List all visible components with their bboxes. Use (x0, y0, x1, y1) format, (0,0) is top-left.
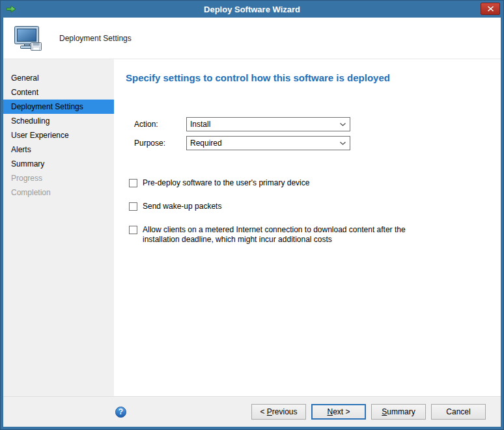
checkbox-group: Pre-deploy software to the user's primar… (129, 178, 485, 245)
wake-up-checkbox[interactable] (129, 202, 137, 211)
metered-connection-check-row: Allow clients on a metered Internet conn… (129, 225, 485, 245)
predeploy-check-row: Pre-deploy software to the user's primar… (129, 178, 485, 188)
cancel-button[interactable]: Cancel (431, 404, 486, 420)
predeploy-checkbox[interactable] (129, 179, 137, 187)
sidebar-item-user-experience[interactable]: User Experience (3, 128, 114, 142)
window-title: Deploy Software Wizard (1, 5, 503, 14)
computer-software-icon (14, 25, 44, 51)
wizard-header: Deployment Settings (3, 18, 501, 59)
sidebar-item-alerts[interactable]: Alerts (3, 142, 114, 157)
sidebar-item-content[interactable]: Content (3, 85, 114, 100)
metered-connection-checkbox-label[interactable]: Allow clients on a metered Internet conn… (143, 225, 441, 245)
action-dropdown-value: Install (190, 120, 210, 129)
metered-connection-checkbox[interactable] (129, 226, 137, 234)
sidebar-item-general[interactable]: General (3, 71, 114, 85)
sidebar-item-summary[interactable]: Summary (3, 157, 114, 171)
wake-up-checkbox-label[interactable]: Send wake-up packets (143, 202, 221, 211)
titlebar: Deploy Software Wizard (1, 1, 503, 18)
sidebar-item-scheduling[interactable]: Scheduling (3, 114, 114, 128)
predeploy-checkbox-label[interactable]: Pre-deploy software to the user's primar… (143, 178, 309, 188)
help-icon[interactable]: ? (115, 407, 126, 418)
wake-up-check-row: Send wake-up packets (129, 202, 485, 211)
close-button[interactable] (481, 3, 500, 15)
sidebar-item-completion: Completion (3, 185, 114, 200)
purpose-row: Purpose: Required (134, 136, 485, 150)
close-icon (487, 6, 494, 12)
content-area: General Content Deployment Settings Sche… (3, 59, 501, 396)
previous-button[interactable]: < Previous (251, 404, 306, 420)
purpose-label: Purpose: (134, 139, 186, 148)
purpose-dropdown-value: Required (190, 139, 222, 148)
forward-arrow-icon (6, 5, 16, 14)
wizard-steps-sidebar: General Content Deployment Settings Sche… (3, 59, 114, 396)
window-body: Deployment Settings General Content Depl… (3, 18, 501, 427)
settings-form: Action: Install Purpose: Required (134, 117, 485, 150)
chevron-down-icon (340, 123, 346, 126)
purpose-dropdown[interactable]: Required (186, 136, 350, 150)
action-label: Action: (134, 120, 186, 129)
action-dropdown[interactable]: Install (186, 117, 350, 131)
header-title: Deployment Settings (59, 34, 132, 43)
sidebar-item-deployment-settings[interactable]: Deployment Settings (3, 100, 114, 114)
action-row: Action: Install (134, 117, 485, 131)
sidebar-item-progress: Progress (3, 171, 114, 185)
footer-bar: ? < Previous Next > Summary Cancel (3, 396, 501, 427)
next-button[interactable]: Next > (311, 404, 366, 420)
summary-button[interactable]: Summary (371, 404, 426, 420)
chevron-down-icon (340, 142, 346, 145)
deploy-software-wizard-window: Deploy Software Wizard (0, 0, 504, 430)
main-panel: Specify settings to control how this sof… (114, 59, 501, 396)
page-heading: Specify settings to control how this sof… (126, 72, 485, 83)
